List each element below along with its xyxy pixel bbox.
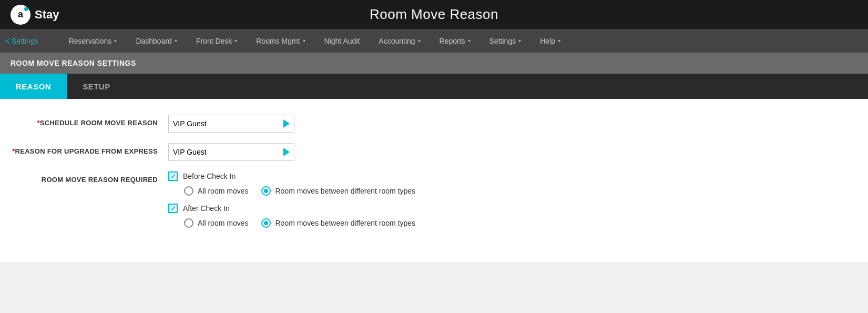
chevron-down-icon: ▾ <box>303 38 305 44</box>
nav-item-settings[interactable]: Settings ▾ <box>480 29 531 53</box>
label-required: ROOM MOVE REASON REQUIRED <box>11 171 168 184</box>
after-checkin-label: After Check In <box>183 204 230 213</box>
label-upgrade: *REASON FOR UPGRADE FROM EXPRESS <box>11 143 168 155</box>
after-different-radio-button[interactable] <box>261 218 271 228</box>
nav-item-accounting[interactable]: Accounting ▾ <box>369 29 430 53</box>
radio-dot <box>264 189 268 193</box>
radio-dot <box>264 221 268 225</box>
nav-item-reservations[interactable]: Reservations ▾ <box>59 29 127 53</box>
chevron-down-icon: ▾ <box>234 38 237 44</box>
after-checkin-checkbox[interactable]: ✓ <box>168 204 178 213</box>
logo[interactable]: a Stay <box>11 5 59 25</box>
form-row-schedule: *SCHEDULE ROOM MOVE REASON VIP Guest <box>0 115 868 133</box>
tabs-bar: REASON SETUP <box>0 74 868 99</box>
chevron-down-icon: ▾ <box>468 38 471 44</box>
nav-item-reports[interactable]: Reports ▾ <box>430 29 480 53</box>
upgrade-control-wrap: VIP Guest <box>168 143 857 161</box>
after-radio-group: All room moves Room moves between differ… <box>184 218 857 228</box>
top-bar: a Stay Room Move Reason <box>0 0 868 29</box>
before-all-radio[interactable]: All room moves <box>184 186 248 196</box>
schedule-room-move-dropdown[interactable]: VIP Guest <box>168 115 294 133</box>
nav-item-rooms-mgmt[interactable]: Rooms Mgmt ▾ <box>247 29 314 53</box>
before-different-radio-button[interactable] <box>261 186 271 196</box>
nav-item-front-desk[interactable]: Front Desk ▾ <box>187 29 247 53</box>
main-content: *SCHEDULE ROOM MOVE REASON VIP Guest *RE… <box>0 99 868 262</box>
before-checkin-label: Before Check In <box>183 172 236 180</box>
before-checkin-checkbox[interactable]: ✓ <box>168 171 178 181</box>
chevron-down-icon: ▾ <box>518 38 521 44</box>
tab-reason[interactable]: REASON <box>0 74 67 99</box>
required-control-wrap: ✓ Before Check In All room moves Room mo… <box>168 171 857 236</box>
chevron-down-icon: ▾ <box>558 38 560 44</box>
back-link[interactable]: Settings <box>5 37 38 45</box>
dropdown-arrow-icon <box>283 119 290 128</box>
form-row-required: ROOM MOVE REASON REQUIRED ✓ Before Check… <box>0 171 868 236</box>
tab-setup[interactable]: SETUP <box>67 74 126 99</box>
logo-name: Stay <box>35 8 59 22</box>
section-header: ROOM MOVE REASON SETTINGS <box>0 53 868 74</box>
upgrade-dropdown[interactable]: VIP Guest <box>168 143 294 161</box>
after-all-radio-button[interactable] <box>184 218 193 228</box>
page-title: Room Move Reason <box>370 6 498 23</box>
check-icon: ✓ <box>170 205 176 213</box>
schedule-control-wrap: VIP Guest <box>168 115 857 133</box>
chevron-down-icon: ▾ <box>418 38 421 44</box>
checkbox-row-after: ✓ After Check In <box>168 204 857 213</box>
checkbox-row-before: ✓ Before Check In <box>168 171 857 181</box>
nav-item-dashboard[interactable]: Dashboard ▾ <box>126 29 187 53</box>
nav-bar: Settings Reservations ▾ Dashboard ▾ Fron… <box>0 29 868 53</box>
chevron-down-icon: ▾ <box>114 38 117 44</box>
form-row-upgrade: *REASON FOR UPGRADE FROM EXPRESS VIP Gue… <box>0 143 868 161</box>
label-schedule: *SCHEDULE ROOM MOVE REASON <box>11 115 168 127</box>
nav-item-help[interactable]: Help ▾ <box>530 29 570 53</box>
nav-item-night-audit[interactable]: Night Audit <box>315 29 370 53</box>
logo-dot <box>24 7 28 11</box>
before-all-radio-button[interactable] <box>184 186 193 196</box>
chevron-down-icon: ▾ <box>175 38 177 44</box>
check-icon: ✓ <box>170 173 176 180</box>
nav-items: Reservations ▾ Dashboard ▾ Front Desk ▾ … <box>59 29 570 53</box>
after-different-radio[interactable]: Room moves between different room types <box>261 218 415 228</box>
dropdown-arrow-icon <box>283 148 290 156</box>
before-radio-group: All room moves Room moves between differ… <box>184 186 857 196</box>
before-different-radio[interactable]: Room moves between different room types <box>261 186 415 196</box>
after-all-radio[interactable]: All room moves <box>184 218 248 228</box>
logo-icon: a <box>11 5 30 25</box>
